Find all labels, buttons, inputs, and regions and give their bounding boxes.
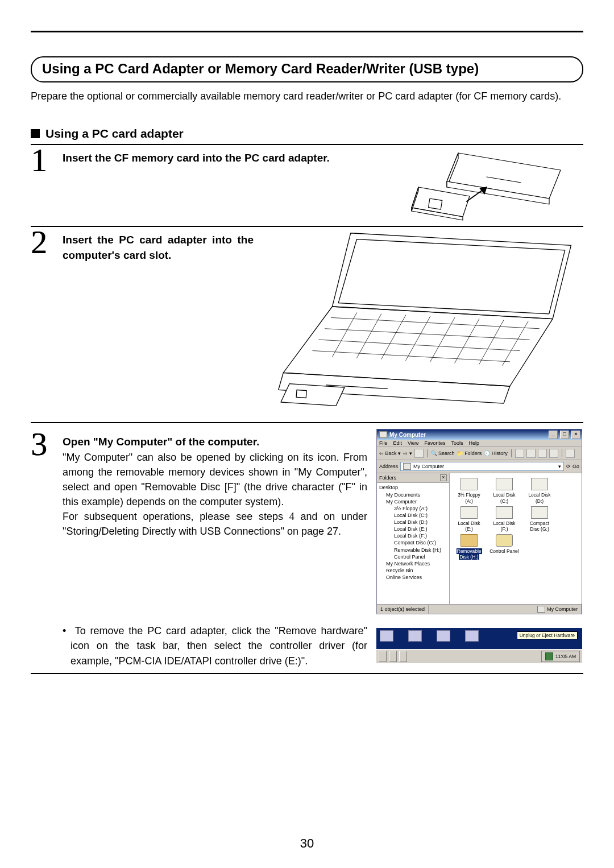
menu-file[interactable]: File: [379, 440, 388, 446]
svg-line-20: [430, 318, 455, 362]
menu-help[interactable]: Help: [468, 440, 479, 446]
tree-item[interactable]: Local Disk (C:): [378, 512, 448, 519]
up-button[interactable]: [414, 449, 424, 458]
step-1-title: Insert the CF memory card into the PC ca…: [63, 151, 390, 166]
close-pane-button[interactable]: ×: [440, 474, 447, 481]
views-button[interactable]: [566, 449, 575, 458]
drive-d[interactable]: Local Disk (D:): [525, 478, 554, 503]
status-right: My Computer: [534, 605, 582, 614]
menu-edit[interactable]: Edit: [393, 440, 403, 446]
menu-view[interactable]: View: [408, 440, 418, 446]
tree-item[interactable]: Local Disk (E:): [378, 526, 448, 532]
svg-line-23: [503, 321, 528, 366]
step-1-illustration: [401, 145, 583, 221]
tree-item[interactable]: Local Disk (D:): [378, 519, 448, 526]
close-button[interactable]: ×: [571, 431, 580, 439]
drive-c[interactable]: Local Disk (C:): [489, 478, 519, 503]
window-title: My Computer: [389, 432, 426, 438]
computer-icon: [537, 606, 545, 613]
maximize-button[interactable]: □: [560, 431, 569, 439]
desktop-shortcut-icon[interactable]: [437, 630, 450, 643]
computer-icon: [403, 463, 411, 470]
tree-item[interactable]: My Documents: [378, 491, 448, 498]
tool-icon[interactable]: [526, 449, 536, 458]
svg-marker-10: [338, 239, 565, 314]
svg-line-13: [325, 329, 530, 340]
svg-line-21: [455, 319, 479, 363]
step-2-title: Insert the PC card adapter into the comp…: [63, 233, 254, 263]
svg-marker-11: [283, 307, 553, 386]
my-computer-window: My Computer _ □ × File Edit View Favorit…: [376, 429, 582, 614]
tool-icon[interactable]: [549, 449, 558, 458]
bullet-note: • To remove the PC card adapter, click t…: [63, 623, 367, 668]
tree-item[interactable]: Removable Disk (H:): [378, 547, 448, 553]
search-button[interactable]: 🔍 Search: [431, 450, 455, 456]
system-tray[interactable]: 11:05 AM: [541, 651, 580, 662]
svg-line-18: [381, 315, 406, 359]
desktop-shortcut-icon[interactable]: [465, 630, 479, 643]
tree-item[interactable]: 3½ Floppy (A:): [378, 505, 448, 512]
tree-item[interactable]: Desktop: [378, 484, 448, 491]
step-2-illustration: [265, 227, 583, 411]
svg-marker-5: [412, 187, 418, 211]
step-number-3: 3: [31, 428, 47, 461]
folders-button[interactable]: 📁 Folders: [457, 450, 482, 456]
tree-item[interactable]: My Computer: [378, 498, 448, 505]
drive-e[interactable]: Local Disk (E:): [454, 506, 484, 532]
folder-tree[interactable]: Desktop My Documents My Computer 3½ Flop…: [377, 483, 449, 582]
divider: [31, 422, 583, 423]
back-button[interactable]: ⇦ Back ▾: [379, 450, 401, 456]
svg-marker-6: [412, 208, 463, 220]
tool-icon[interactable]: [538, 449, 547, 458]
task-button[interactable]: [399, 651, 407, 662]
step-number-1: 1: [31, 144, 47, 177]
menu-tools[interactable]: Tools: [451, 440, 463, 446]
step-3-screenshot: My Computer _ □ × File Edit View Favorit…: [376, 429, 583, 614]
svg-line-12: [331, 318, 539, 329]
svg-marker-9: [332, 233, 571, 319]
menu-bar: File Edit View Favorites Tools Help: [377, 440, 582, 447]
forward-button[interactable]: ⇨ ▾: [403, 450, 412, 456]
svg-line-3: [487, 177, 521, 183]
drive-removable-h[interactable]: RemovableDisk (H:): [454, 534, 484, 560]
go-button[interactable]: ⟳ Go: [566, 464, 579, 469]
status-bar: 1 object(s) selected My Computer: [377, 604, 582, 614]
folders-header: Folders: [379, 475, 396, 481]
computer-icon: [379, 431, 387, 438]
step-3-title: Open "My Computer" of the computer.: [63, 435, 367, 450]
step-number-2: 2: [31, 226, 47, 259]
svg-marker-26: [281, 384, 345, 406]
control-panel[interactable]: Control Panel: [489, 534, 519, 560]
task-button[interactable]: [389, 651, 397, 662]
start-button[interactable]: [379, 651, 387, 662]
end-divider: [31, 673, 583, 674]
tree-item[interactable]: Local Disk (F:): [378, 532, 448, 539]
drive-f[interactable]: Local Disk (F:): [489, 506, 519, 532]
address-input[interactable]: My Computer ▾: [400, 462, 564, 471]
remove-hardware-icon[interactable]: [545, 652, 553, 660]
tree-item[interactable]: My Network Places: [378, 560, 448, 567]
sub-heading: Using a PC card adapter: [31, 127, 583, 140]
tree-item[interactable]: Control Panel: [378, 553, 448, 560]
desktop-shortcut-icon[interactable]: [380, 630, 393, 643]
tool-icon[interactable]: [515, 449, 524, 458]
menu-favorites[interactable]: Favorites: [424, 440, 445, 446]
tree-item[interactable]: Compact Disc (G:): [378, 539, 448, 546]
tree-item[interactable]: Online Services: [378, 574, 448, 581]
step-3-body2-a: For subsequent operations, please see st…: [63, 511, 289, 522]
status-left: 1 object(s) selected: [377, 605, 429, 614]
minimize-button[interactable]: _: [549, 431, 558, 439]
step-3-body2: For subsequent operations, please see st…: [63, 509, 367, 539]
dropdown-icon[interactable]: ▾: [558, 464, 561, 469]
history-button[interactable]: 🕘 History: [484, 450, 508, 456]
top-rule: [31, 31, 583, 32]
step-3: 3 Open "My Computer" of the computer. "M…: [31, 429, 367, 539]
drive-floppy[interactable]: 3½ Floppy (A:): [454, 478, 484, 503]
sub-heading-text: Using a PC card adapter: [45, 127, 184, 140]
desktop-shortcut-icon[interactable]: [408, 630, 422, 643]
tree-item[interactable]: Recycle Bin: [378, 567, 448, 574]
bullet-text: To remove the PC card adapter, click the…: [70, 625, 367, 666]
drive-g[interactable]: Compact Disc (G:): [525, 506, 554, 532]
svg-line-19: [406, 317, 430, 361]
page-number: 30: [0, 836, 614, 851]
